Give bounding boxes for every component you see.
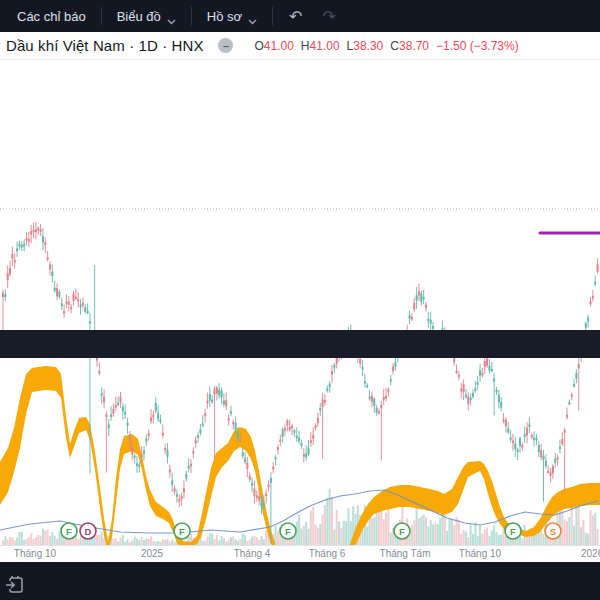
x-axis-label: Tháng 10 xyxy=(459,548,501,559)
chart-pane[interactable]: FDFFFFS xyxy=(0,60,600,545)
ohlc-close-value: 38.70 xyxy=(399,39,429,53)
symbol-title[interactable]: Dầu khí Việt Nam · 1D · HNX xyxy=(6,37,203,54)
ohlc-open-label: O xyxy=(254,39,263,53)
toolbar-divider xyxy=(191,7,192,25)
ohlc-high-value: 41.00 xyxy=(310,39,340,53)
svg-text:D: D xyxy=(85,526,92,537)
event-marker-f[interactable]: F xyxy=(394,523,410,539)
ohlc-low-label: L xyxy=(347,39,354,53)
svg-text:F: F xyxy=(510,526,516,537)
ohlc-close-label: C xyxy=(390,39,399,53)
time-axis[interactable]: Tháng 102025Tháng 4Tháng 6Tháng TámTháng… xyxy=(0,545,600,562)
change-value: −1.50 (−3.73%) xyxy=(436,39,519,53)
undo-icon[interactable]: ↶ xyxy=(279,0,312,32)
ohlc-open-value: 41.00 xyxy=(264,39,294,53)
svg-text:F: F xyxy=(66,526,72,537)
x-axis-label: Tháng 4 xyxy=(234,548,271,559)
top-toolbar: Các chỉ báo Biểu đồ Hồ sơ ↶ ↷ xyxy=(0,0,600,32)
go-to-date-icon xyxy=(4,572,26,596)
chart-menu-button[interactable]: Biểu đồ xyxy=(108,0,185,32)
bottom-toolbar xyxy=(0,562,600,600)
event-marker-s[interactable]: S xyxy=(545,523,561,539)
event-marker-f[interactable]: F xyxy=(174,523,190,539)
symbol-info-row: Dầu khí Việt Nam · 1D · HNX – O41.00 H41… xyxy=(0,32,600,60)
x-axis-label: Tháng 10 xyxy=(14,548,56,559)
svg-text:S: S xyxy=(550,526,556,537)
toolbar-divider xyxy=(101,7,102,25)
event-marker-f[interactable]: F xyxy=(61,523,77,539)
ohlc-high-label: H xyxy=(301,39,310,53)
chart-menu-label: Biểu đồ xyxy=(117,9,161,24)
svg-text:F: F xyxy=(399,526,405,537)
toolbar-divider xyxy=(272,7,273,25)
svg-text:F: F xyxy=(179,526,185,537)
ohlc-legend: O41.00 H41.00 L38.30 C38.70 −1.50 (−3.73… xyxy=(247,39,518,53)
go-to-date-button[interactable] xyxy=(4,572,26,599)
hide-indicator-icon[interactable]: – xyxy=(218,38,233,53)
chevron-down-icon xyxy=(248,13,257,19)
event-marker-f[interactable]: F xyxy=(505,523,521,539)
x-axis-label: 2025 xyxy=(141,548,163,559)
price-chart[interactable]: FDFFFFS xyxy=(0,60,600,545)
profile-menu-button[interactable]: Hồ sơ xyxy=(198,0,266,32)
indicators-menu-label: Các chỉ báo xyxy=(17,9,86,24)
event-marker-d[interactable]: D xyxy=(80,523,96,539)
redo-icon[interactable]: ↷ xyxy=(312,0,345,32)
chevron-down-icon xyxy=(167,13,176,19)
event-marker-f[interactable]: F xyxy=(280,523,296,539)
indicators-menu-button[interactable]: Các chỉ báo xyxy=(8,0,95,32)
candles xyxy=(2,222,599,543)
black-band-overlay xyxy=(0,330,600,358)
x-axis-label: Tháng 6 xyxy=(309,548,346,559)
x-axis-label: Tháng Tám xyxy=(380,548,431,559)
x-axis-label: 2026 xyxy=(581,548,600,559)
profile-menu-label: Hồ sơ xyxy=(207,9,242,24)
ohlc-low-value: 38.30 xyxy=(353,39,383,53)
svg-text:F: F xyxy=(285,526,291,537)
